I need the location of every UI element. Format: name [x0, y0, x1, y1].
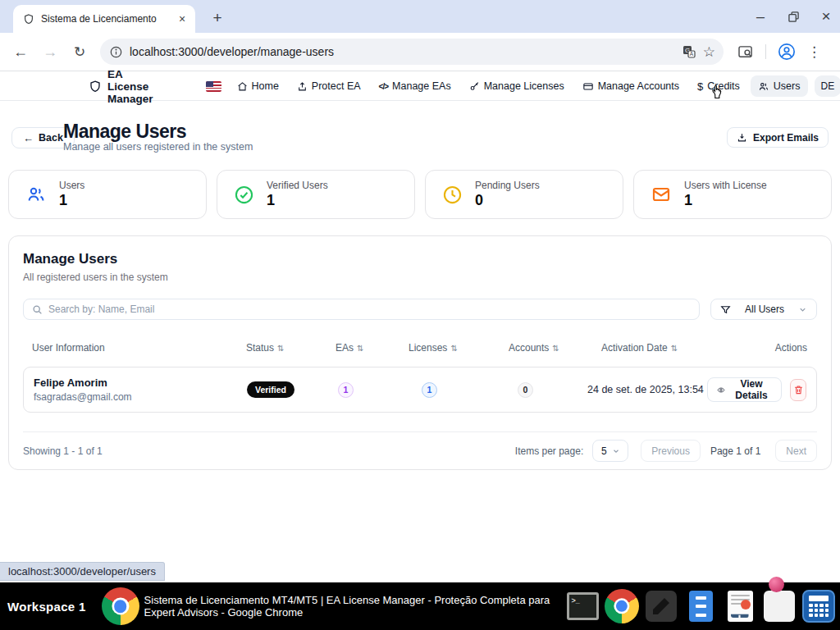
showing-count: Showing 1 - 1 of 1	[23, 445, 103, 457]
sort-icon	[671, 342, 678, 354]
minimize-icon[interactable]	[753, 9, 768, 24]
tab-search-icon[interactable]	[738, 45, 754, 59]
chevron-down-icon	[612, 447, 620, 455]
page-subtitle: Manage all users registered in the syste…	[63, 141, 253, 153]
export-emails-button[interactable]: Export Emails	[727, 127, 829, 148]
previous-page-button[interactable]: Previous	[641, 440, 701, 462]
cell-activation-date: 24 de set. de 2025, 13:54	[586, 384, 707, 395]
stat-value: 1	[267, 192, 328, 209]
page-size-select[interactable]: 5	[592, 440, 628, 462]
column-user-information: User Information	[23, 342, 243, 354]
nav-item-manage-licenses[interactable]: Manage Licenses	[462, 75, 572, 97]
stat-value: 1	[59, 192, 84, 209]
sort-icon	[357, 342, 363, 354]
column-accounts[interactable]: Accounts	[503, 342, 585, 354]
items-per-page-label: Items per page:	[515, 445, 583, 457]
text-editor-icon[interactable]	[645, 590, 678, 623]
tab-close-icon[interactable]	[176, 12, 189, 25]
pagination-bar: Showing 1 - 1 of 1 Items per page: 5 Pre…	[23, 432, 817, 469]
active-window-title[interactable]: Sistema de Licenciamento MT4/MT5 | EA Li…	[144, 594, 561, 619]
nav-item-protect-ea[interactable]: Protect EA	[290, 75, 368, 97]
mail-icon	[651, 185, 672, 204]
translate-icon[interactable]: GA	[682, 45, 696, 58]
tab-title: Sistema de Licenciamento	[41, 13, 169, 25]
column-status[interactable]: Status	[243, 342, 329, 354]
app-brand[interactable]: EA License Manager	[89, 68, 153, 105]
nav-items: Home Protect EA Manage EAs Manage Licens…	[206, 75, 840, 98]
calculator-icon[interactable]	[802, 590, 835, 623]
stats-row: Users 1 Verified Users 1 Pending Users 0…	[8, 170, 832, 219]
search-input[interactable]	[48, 304, 691, 315]
site-info-icon[interactable]	[110, 46, 122, 58]
browser-toolbar: localhost:3000/developer/manage-users GA	[0, 33, 840, 71]
stat-card-users-with-license: Users with License 1	[633, 170, 832, 219]
cell-actions: View Details	[707, 377, 816, 402]
browser-tab[interactable]: Sistema de Licenciamento	[13, 5, 195, 33]
new-tab-button[interactable]	[207, 7, 228, 29]
panel-subtitle: All registered users in the system	[23, 272, 817, 283]
stat-value: 0	[475, 192, 540, 209]
eas-count-badge: 1	[338, 382, 354, 398]
address-bar[interactable]: localhost:3000/developer/manage-users GA	[100, 39, 724, 65]
clock-icon	[442, 185, 463, 205]
reload-icon[interactable]	[67, 39, 92, 64]
eye-icon	[717, 385, 725, 395]
nav-item-manage-eas[interactable]: Manage EAs	[372, 75, 459, 97]
credit-card-icon	[582, 81, 594, 92]
nav-label: Manage Licenses	[484, 80, 564, 92]
chrome-icon[interactable]	[605, 590, 638, 623]
shield-icon	[23, 13, 34, 25]
file-manager-icon[interactable]	[684, 590, 717, 623]
close-icon[interactable]	[819, 9, 833, 24]
filter-dropdown[interactable]: All Users	[710, 299, 817, 320]
back-icon[interactable]	[8, 39, 33, 64]
manage-users-panel: Manage Users All registered users in the…	[8, 235, 832, 470]
brand-name: EA License Manager	[107, 68, 153, 105]
cell-eas: 1	[330, 381, 404, 398]
home-icon	[237, 81, 248, 92]
stat-card-pending-users: Pending Users 0	[425, 170, 623, 219]
page-size-value: 5	[601, 445, 607, 457]
browser-menu-icon[interactable]	[807, 43, 821, 61]
cell-accounts: 0	[504, 381, 586, 398]
key-icon	[469, 81, 480, 92]
workspace-label[interactable]: Workspace 1	[0, 600, 94, 614]
toolbar-divider	[765, 44, 766, 59]
link-status-bubble: localhost:3000/developer/users	[0, 562, 165, 581]
cell-licenses: 1	[404, 381, 504, 398]
toolbar-actions	[738, 43, 821, 61]
svg-text:A: A	[690, 51, 694, 57]
mouse-cursor	[710, 84, 724, 103]
restore-icon[interactable]	[786, 9, 801, 24]
forward-icon[interactable]	[38, 39, 62, 64]
page-info: Page 1 of 1	[710, 445, 760, 457]
search-box[interactable]	[23, 299, 700, 320]
chrome-window-icon[interactable]	[102, 587, 139, 625]
arrow-left-icon	[23, 132, 34, 144]
next-page-button[interactable]: Next	[775, 440, 817, 462]
sort-icon	[450, 342, 457, 354]
document-viewer-icon[interactable]	[724, 590, 756, 623]
image-viewer-icon[interactable]	[763, 590, 796, 623]
download-icon	[737, 132, 747, 143]
nav-item-users[interactable]: Users	[751, 75, 808, 97]
us-flag-icon[interactable]	[206, 81, 221, 92]
language-badge[interactable]: DE	[815, 75, 840, 97]
panel-title: Manage Users	[23, 251, 817, 267]
view-details-button[interactable]: View Details	[707, 377, 782, 402]
bookmark-star-icon[interactable]	[703, 43, 715, 61]
delete-user-button[interactable]	[790, 379, 806, 401]
nav-label: Manage EAs	[392, 80, 451, 92]
nav-item-home[interactable]: Home	[230, 75, 286, 97]
nav-item-manage-accounts[interactable]: Manage Accounts	[575, 75, 687, 97]
url-text[interactable]: localhost:3000/developer/manage-users	[130, 45, 675, 58]
profile-avatar-icon[interactable]	[778, 43, 796, 61]
column-actions: Actions	[706, 342, 817, 354]
brand-shield-icon	[89, 80, 102, 94]
terminal-icon[interactable]	[566, 590, 599, 623]
nav-label: Protect EA	[312, 80, 361, 92]
column-activation-date[interactable]: Activation Date	[585, 342, 706, 354]
column-licenses[interactable]: Licenses	[403, 342, 503, 354]
column-eas[interactable]: EAs	[329, 342, 403, 354]
view-details-label: View Details	[731, 378, 772, 401]
